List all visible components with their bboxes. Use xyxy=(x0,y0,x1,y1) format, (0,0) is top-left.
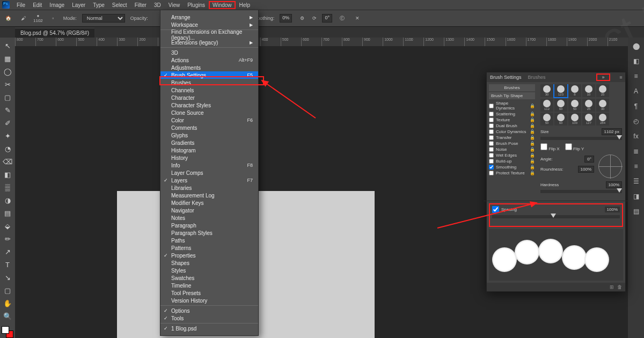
brush-option-protect-texture[interactable]: Protect Texture🔒 xyxy=(487,170,537,176)
menu-edit[interactable]: Edit xyxy=(29,1,46,9)
menu-item-3d[interactable]: 3D xyxy=(160,49,258,56)
menu-item-libraries[interactable]: Libraries xyxy=(160,184,258,192)
new-brush-icon[interactable]: ⊞ xyxy=(610,284,614,290)
brush-option-dual-brush[interactable]: Dual Brush🔒 xyxy=(487,123,537,129)
lock-icon[interactable]: 🔒 xyxy=(530,123,535,128)
brush-option-shape-dynamics[interactable]: Shape Dynamics🔒 xyxy=(487,100,537,111)
tool-2[interactable]: ◯ xyxy=(2,65,13,77)
brushes-header[interactable]: Brushes xyxy=(489,84,535,91)
lock-icon[interactable]: 🔒 xyxy=(530,153,535,158)
spacing-value[interactable]: 100% xyxy=(605,207,620,212)
tool-8[interactable]: ◔ xyxy=(2,143,13,155)
tool-0[interactable]: ↖ xyxy=(2,40,13,52)
brush-option-build-up[interactable]: Build-up🔒 xyxy=(487,158,537,164)
panel-collapse-icon[interactable]: » xyxy=(596,74,610,81)
tool-4[interactable]: ▢ xyxy=(2,91,13,103)
lock-icon[interactable]: 🔒 xyxy=(530,112,535,116)
brush-option-noise[interactable]: Noise🔒 xyxy=(487,146,537,152)
panel-icon-7[interactable]: ≣ xyxy=(631,146,641,157)
brush-preset[interactable]: 112 xyxy=(540,99,553,112)
brush-preset[interactable]: 30 xyxy=(540,84,553,97)
tool-9[interactable]: ⌫ xyxy=(2,156,13,167)
brush-preset[interactable]: 60 xyxy=(554,99,567,112)
lock-icon[interactable]: 🔒 xyxy=(530,165,535,170)
brush-option-texture[interactable]: Texture🔒 xyxy=(487,117,537,123)
brush-tool-icon[interactable]: 🖌 xyxy=(18,13,28,23)
panel-icon-0[interactable]: ⬤ xyxy=(631,41,641,52)
tool-16[interactable]: ↗ xyxy=(2,246,13,258)
brush-preview-icon[interactable]: ● xyxy=(36,13,39,18)
menu-file[interactable]: File xyxy=(13,1,29,9)
menu-item-color[interactable]: ColorF6 xyxy=(160,116,258,124)
brush-preset[interactable]: 284 xyxy=(596,113,609,126)
menu-view[interactable]: View xyxy=(165,1,184,9)
menu-item-1-blog-psd[interactable]: ✓1 Blog.psd xyxy=(160,325,258,332)
brush-preset[interactable]: 50 xyxy=(540,113,553,126)
menu-item-character-styles[interactable]: Character Styles xyxy=(160,101,258,109)
menu-item-glyphs[interactable]: Glyphs xyxy=(160,131,258,139)
lock-icon[interactable]: 🔒 xyxy=(530,135,535,140)
roundness-value[interactable]: 100% xyxy=(578,166,594,173)
panel-icon-3[interactable]: A xyxy=(631,86,641,97)
angle-control[interactable] xyxy=(598,155,622,178)
menu-item-actions[interactable]: ActionsAlt+F9 xyxy=(160,56,258,64)
menu-item-tool-presets[interactable]: Tool Presets xyxy=(160,289,258,297)
brush-preset[interactable]: 50 xyxy=(568,99,581,112)
hardness-value[interactable]: 100% xyxy=(606,181,622,188)
symmetry-icon[interactable]: ✕ xyxy=(353,13,362,23)
menu-item-paths[interactable]: Paths xyxy=(160,237,258,244)
menu-item-layers[interactable]: ✓LayersF7 xyxy=(160,177,258,184)
menu-image[interactable]: Image xyxy=(46,1,68,9)
panel-icon-6[interactable]: fx xyxy=(631,131,641,142)
brush-preset[interactable]: 10 xyxy=(582,84,595,97)
tool-5[interactable]: ✎ xyxy=(2,104,13,116)
panel-icon-2[interactable]: ≡ xyxy=(631,71,641,82)
menu-type[interactable]: Type xyxy=(89,1,108,9)
tool-21[interactable]: 🔍 xyxy=(2,310,13,322)
menu-window[interactable]: Window xyxy=(209,1,236,9)
brush-preset[interactable]: 30 xyxy=(596,99,609,112)
lock-icon[interactable]: 🔒 xyxy=(530,104,535,108)
menu-item-swatches[interactable]: Swatches xyxy=(160,274,258,282)
menu-item-arrange[interactable]: Arrange▶ xyxy=(160,13,258,21)
menu-item-paragraph[interactable]: Paragraph xyxy=(160,222,258,229)
tab-brushes[interactable]: Brushes xyxy=(528,75,546,80)
tool-11[interactable]: ▒ xyxy=(2,181,13,193)
tool-15[interactable]: ✏ xyxy=(2,233,13,245)
size-value[interactable]: 1102 px xyxy=(602,128,622,135)
menu-item-channels[interactable]: Channels xyxy=(160,86,258,94)
menu-item-brush-settings[interactable]: ✓Brush SettingsF5 xyxy=(160,71,258,79)
panel-icon-8[interactable]: ≡ xyxy=(631,161,641,172)
trash-icon[interactable]: 🗑 xyxy=(617,284,622,290)
menu-item-workspace[interactable]: Workspace▶ xyxy=(160,21,258,28)
brush-option-smoothing[interactable]: Smoothing🔒 xyxy=(487,164,537,170)
menu-item-modifier-keys[interactable]: Modifier Keys xyxy=(160,199,258,207)
blend-mode-select[interactable]: Normal xyxy=(82,14,125,23)
lock-icon[interactable]: 🔒 xyxy=(530,159,535,164)
lock-icon[interactable]: 🔒 xyxy=(530,141,535,146)
menu-filter[interactable]: Filter xyxy=(131,1,150,9)
brush-option-brush-pose[interactable]: Brush Pose🔒 xyxy=(487,141,537,146)
menu-item-measurement-log[interactable]: Measurement Log xyxy=(160,192,258,199)
brush-option-wet-edges[interactable]: Wet Edges🔒 xyxy=(487,152,537,158)
tool-20[interactable]: ✋ xyxy=(2,297,13,309)
brush-preset[interactable]: 25 xyxy=(596,84,609,97)
angle-value[interactable]: 0° xyxy=(584,156,594,163)
spacing-checkbox[interactable] xyxy=(492,206,499,213)
tool-19[interactable]: ▢ xyxy=(2,284,13,296)
menu-item-options[interactable]: ✓Options xyxy=(160,307,258,314)
menu-item-navigator[interactable]: Navigator xyxy=(160,207,258,214)
flip-x-checkbox[interactable]: Flip X xyxy=(540,143,560,151)
panel-icon-4[interactable]: ¶ xyxy=(631,101,641,112)
lock-icon[interactable]: 🔒 xyxy=(530,129,535,134)
brush-preset[interactable]: 100 xyxy=(568,113,581,126)
tool-14[interactable]: ⬙ xyxy=(2,220,13,232)
brush-preset[interactable]: 123 xyxy=(554,84,567,97)
menu-item-notes[interactable]: Notes xyxy=(160,214,258,222)
menu-item-comments[interactable]: Comments xyxy=(160,124,258,131)
pressure-icon[interactable]: Ⓒ xyxy=(338,13,347,23)
menu-item-find-extensions-on-exchange-legacy-[interactable]: Find Extensions on Exchange (legacy)... xyxy=(160,31,258,39)
menu-item-styles[interactable]: Styles xyxy=(160,267,258,274)
tool-6[interactable]: ✐ xyxy=(2,117,13,129)
tool-18[interactable]: ↘ xyxy=(2,271,13,283)
